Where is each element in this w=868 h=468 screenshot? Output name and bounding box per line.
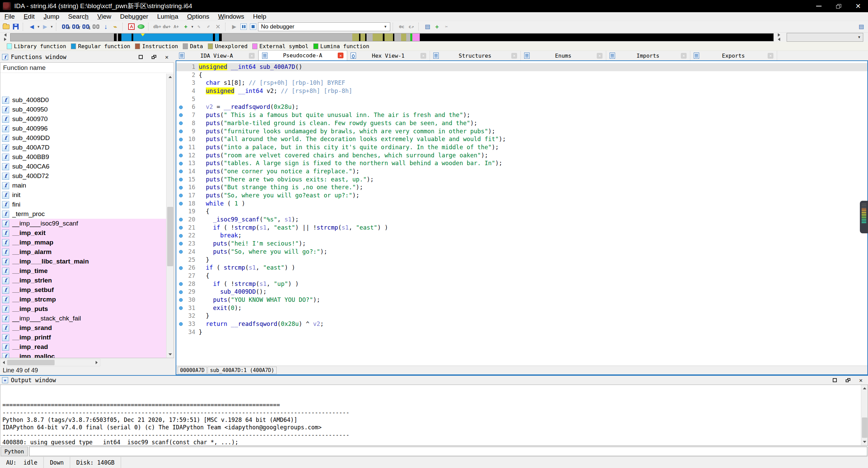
close-tab-icon[interactable]: ✕	[249, 53, 255, 59]
code-line[interactable]: 24 puts("So, where you will go?:");	[176, 248, 867, 256]
forward-history-caret-icon[interactable]: ▼	[50, 25, 53, 28]
code-line[interactable]: 23 puts("hei! I'm secious!");	[176, 240, 867, 248]
close-tab-icon[interactable]: ✕	[768, 53, 773, 59]
script-list-icon[interactable]: ▤	[423, 22, 432, 31]
scroll-down-button[interactable]	[861, 438, 868, 445]
scrollbar-thumb[interactable]	[7, 360, 55, 365]
scroll-right-button[interactable]	[93, 359, 100, 366]
code-line[interactable]: 22 break;	[176, 232, 867, 240]
output-vertical-scrollbar[interactable]	[861, 385, 868, 445]
code-line[interactable]: 14 puts("one corner you notice a firepla…	[176, 168, 867, 176]
delete-function-icon[interactable]: ✕	[214, 22, 222, 31]
function-row[interactable]: f__imp_puts	[0, 304, 166, 314]
search-binary-icon[interactable]: #	[61, 22, 70, 31]
panel-maximize-icon[interactable]	[833, 378, 837, 382]
search-again-icon[interactable]	[92, 22, 100, 31]
function-row[interactable]: f__imp___isoc99_scanf	[0, 219, 166, 228]
code-line[interactable]: 10 puts("all around the world. The decor…	[176, 135, 867, 143]
add-struct-icon[interactable]: db+	[153, 22, 161, 31]
function-row[interactable]: finit	[0, 190, 166, 200]
menu-jump[interactable]: Jump	[39, 13, 63, 20]
jump-xref-icon[interactable]: ⌁	[111, 22, 119, 31]
scroll-left-button[interactable]	[0, 359, 7, 366]
function-row[interactable]: f__imp_printf	[0, 333, 166, 342]
panel-maximize-icon[interactable]	[139, 55, 143, 59]
code-line[interactable]: 2{	[176, 71, 867, 79]
code-line[interactable]: 18 while ( 1 )	[176, 200, 867, 208]
function-row[interactable]: fsub_400BB9	[0, 152, 166, 162]
code-line[interactable]: 29 sub_4009DD();	[176, 288, 867, 296]
function-row[interactable]: f__imp_setbuf	[0, 285, 166, 295]
navigate-forward-icon[interactable]: ▶	[41, 22, 49, 31]
functions-horizontal-scrollbar[interactable]	[0, 359, 100, 366]
code-line[interactable]: 34}	[176, 328, 867, 336]
code-line[interactable]: 21 if ( !strcmp(s1, "east") || !strcmp(s…	[176, 224, 867, 232]
code-line[interactable]: 33 return __readfsqword(0x28u) ^ v2;	[176, 320, 867, 328]
function-row[interactable]: f__imp_alarm	[0, 247, 166, 257]
function-row[interactable]: fsub_4009DD	[0, 133, 166, 143]
code-line[interactable]: 15 puts("There are two obvious exits: ea…	[176, 176, 867, 184]
function-row[interactable]: f__imp_malloc	[0, 352, 166, 358]
function-row[interactable]: f__imp_mmap	[0, 238, 166, 247]
menu-debugger[interactable]: Debugger	[116, 13, 153, 20]
code-line[interactable]: 28 if ( !strcmp(s1, "up") )	[176, 280, 867, 288]
function-row[interactable]: ffini	[0, 200, 166, 209]
close-tab-icon[interactable]: ✕	[338, 53, 343, 58]
search-immediate-icon[interactable]: 1	[81, 22, 90, 31]
function-row[interactable]: f_term_proc	[0, 209, 166, 219]
search-text-icon[interactable]: T	[71, 22, 80, 31]
code-line[interactable]: 1unsigned __int64 sub_400A7D()	[176, 63, 867, 71]
debugger-pause-icon[interactable]	[240, 22, 248, 31]
function-row[interactable]: f__imp_strlen	[0, 276, 166, 285]
tab-imports[interactable]: Imports✕	[606, 51, 690, 60]
minimize-button[interactable]	[809, 0, 829, 12]
code-line[interactable]: 31 exit(0);	[176, 304, 867, 312]
tab-hex-view-1[interactable]: Hex View-1✕	[347, 51, 430, 60]
tab-enums[interactable]: Enums✕	[521, 51, 606, 60]
close-tab-icon[interactable]: ✕	[511, 53, 517, 59]
debugger-select[interactable]: No debugger ▼	[258, 22, 390, 31]
code-line[interactable]: 20 _isoc99_scanf("%s", s1);	[176, 216, 867, 224]
back-history-caret-icon[interactable]: ▼	[37, 25, 40, 28]
function-row[interactable]: fsub_400970	[0, 114, 166, 124]
script-snippets-icon[interactable]: ✂	[442, 22, 451, 31]
code-line[interactable]: 19 {	[176, 208, 867, 216]
function-name-column-header[interactable]: Function name	[0, 63, 174, 73]
problems-icon[interactable]: A	[127, 22, 136, 31]
code-line[interactable]: 8 puts("marble-tiled ground is clean. Fe…	[176, 119, 867, 128]
code-minimap-scrollbar[interactable]	[860, 201, 868, 233]
run-script-icon[interactable]: c⇗	[407, 22, 415, 31]
code-line[interactable]: 32 }	[176, 312, 867, 320]
windows-list-icon[interactable]: ▤	[857, 22, 865, 31]
open-file-icon[interactable]	[2, 22, 10, 31]
code-line[interactable]: 30 puts("YOU KNOW WHAT YOU DO?");	[176, 296, 867, 304]
code-line[interactable]: 4 unsigned __int64 v2; // [rsp+8h] [rbp-…	[176, 87, 867, 95]
python-command-input[interactable]	[29, 447, 867, 456]
scrollbar-thumb[interactable]	[167, 207, 173, 266]
function-row[interactable]: fmain	[0, 181, 166, 190]
function-row[interactable]: f__imp___stack_chk_fail	[0, 314, 166, 323]
function-row[interactable]: fsub_4008D0	[0, 95, 166, 105]
scroll-down-button[interactable]	[166, 351, 174, 358]
rename-icon[interactable]: ✐	[204, 22, 213, 31]
function-row[interactable]: fsub_400950	[0, 105, 166, 114]
scroll-up-button[interactable]	[166, 74, 174, 80]
add-function-icon[interactable]: +	[182, 22, 190, 31]
code-line[interactable]: 25 }	[176, 256, 867, 264]
function-row[interactable]: f__imp_time	[0, 266, 166, 276]
navigator-zoom-select[interactable]: ▼	[787, 33, 863, 42]
function-row[interactable]: fsub_400A7D	[0, 143, 166, 152]
function-row[interactable]: fsub_400D72	[0, 171, 166, 181]
panel-close-icon[interactable]: ✕	[859, 378, 863, 383]
pseudocode-view[interactable]: 1unsigned __int64 sub_400A7D()2{3 char s…	[176, 60, 868, 375]
add-caret-icon[interactable]: ▼	[191, 25, 194, 28]
tab-structures[interactable]: Structures✕	[430, 51, 521, 60]
code-line[interactable]: 5	[176, 95, 867, 103]
jump-address-icon[interactable]: ↓	[102, 22, 110, 31]
code-line[interactable]: 7 puts(" This is a famous but quite unus…	[176, 111, 867, 119]
menu-lumina[interactable]: Lumina	[153, 13, 182, 20]
close-button[interactable]: ✕	[848, 0, 868, 12]
add-data-icon[interactable]: dw+	[163, 22, 171, 31]
tab-exports[interactable]: Exports✕	[690, 51, 777, 60]
code-line[interactable]: 16 puts("But strange thing is ,no one th…	[176, 183, 867, 192]
